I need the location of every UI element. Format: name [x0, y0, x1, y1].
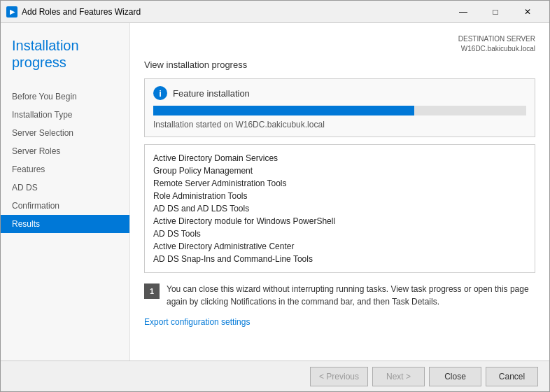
feature-installation-box: i Feature installation Installation star… [144, 78, 535, 137]
progress-bar-fill [153, 106, 414, 115]
list-item: AD DS and AD LDS Tools [153, 202, 526, 215]
minimize-button[interactable]: — [447, 1, 479, 23]
sidebar-item-features[interactable]: Features [1, 160, 129, 178]
sidebar-items: Before You Begin Installation Type Serve… [1, 82, 129, 360]
list-item: Active Directory module for Windows Powe… [153, 215, 526, 227]
title-bar: ▶ Add Roles and Features Wizard — □ ✕ [1, 1, 549, 23]
sidebar-header: Installation progress [1, 23, 129, 82]
sidebar-item-server-selection[interactable]: Server Selection [1, 124, 129, 142]
sidebar-heading: Installation progress [12, 37, 118, 71]
sidebar-item-ad-ds[interactable]: AD DS [1, 178, 129, 197]
cancel-button[interactable]: Cancel [486, 367, 538, 386]
features-list: Active Directory Domain Services Group P… [153, 152, 526, 265]
list-item: Role Administration Tools [153, 190, 526, 202]
features-list-box: Active Directory Domain Services Group P… [144, 144, 535, 273]
list-item: Group Policy Management [153, 164, 526, 177]
list-item: AD DS Snap-Ins and Command-Line Tools [153, 253, 526, 265]
list-item: Remote Server Administration Tools [153, 177, 526, 190]
content-area: Installation progress Before You Begin I… [1, 23, 549, 360]
notification-text: You can close this wizard without interr… [167, 283, 535, 308]
sidebar-item-confirmation[interactable]: Confirmation [1, 197, 129, 215]
next-button[interactable]: Next > [372, 367, 425, 386]
close-window-button[interactable]: ✕ [512, 1, 544, 23]
feature-install-header: i Feature installation [153, 86, 526, 100]
close-button[interactable]: Close [429, 367, 481, 386]
info-icon: i [153, 86, 167, 100]
progress-bar-container [153, 106, 526, 115]
list-item: AD DS Tools [153, 227, 526, 240]
sidebar: Installation progress Before You Begin I… [1, 23, 130, 360]
list-item: Active Directory Domain Services [153, 152, 526, 164]
window: ▶ Add Roles and Features Wizard — □ ✕ In… [0, 0, 550, 392]
export-link[interactable]: Export configuration settings [144, 317, 250, 327]
main-panel: DESTINATION SERVER W16DC.bakicubuk.local… [130, 23, 549, 360]
section-title: View installation progress [144, 59, 535, 70]
destination-server: DESTINATION SERVER W16DC.bakicubuk.local [144, 34, 535, 54]
list-item: Active Directory Administrative Center [153, 240, 526, 253]
footer: < Previous Next > Close Cancel [1, 360, 549, 391]
install-started-text: Installation started on W16DC.bakicubuk.… [153, 120, 526, 130]
app-icon: ▶ [6, 6, 17, 18]
previous-button[interactable]: < Previous [310, 367, 368, 386]
maximize-button[interactable]: □ [479, 1, 512, 23]
window-title: Add Roles and Features Wizard [22, 7, 447, 17]
sidebar-item-results[interactable]: Results [1, 215, 129, 233]
window-controls: — □ ✕ [447, 1, 544, 23]
sidebar-item-installation-type[interactable]: Installation Type [1, 106, 129, 124]
sidebar-item-server-roles[interactable]: Server Roles [1, 142, 129, 160]
feature-install-label: Feature installation [173, 88, 250, 99]
sidebar-item-before-you-begin[interactable]: Before You Begin [1, 88, 129, 106]
notification-box: 1 You can close this wizard without inte… [144, 283, 535, 308]
notification-icon: 1 [144, 284, 160, 299]
